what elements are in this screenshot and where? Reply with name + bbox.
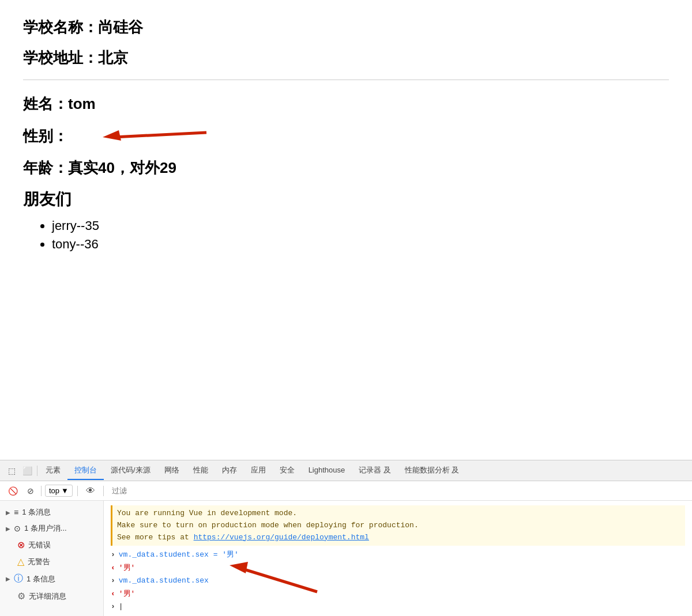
friends-title: 朋友们	[23, 188, 669, 210]
school-addr-value: 北京	[98, 49, 128, 66]
gender-label: 性别：	[23, 126, 68, 146]
age-value: 真实40，对外29	[68, 159, 176, 176]
school-addr-label: 学校地址：	[23, 49, 98, 66]
main-content: 学校名称：尚硅谷 学校地址：北京 姓名：tom 性别： 年龄：真实40，对外29…	[0, 0, 692, 334]
school-name-value: 尚硅谷	[98, 18, 143, 36]
student-name-label: 姓名：	[23, 95, 68, 112]
red-arrow-gender	[85, 124, 212, 148]
list-item: tony--36	[52, 237, 669, 252]
svg-line-0	[114, 133, 206, 137]
student-name-line: 姓名：tom	[23, 94, 669, 114]
friends-list: jerry--35 tony--36	[23, 218, 669, 252]
gender-line: 性别：	[23, 124, 669, 148]
school-addr-line: 学校地址：北京	[23, 48, 669, 68]
list-item: jerry--35	[52, 218, 669, 233]
svg-marker-1	[103, 130, 121, 141]
school-name-line: 学校名称：尚硅谷	[23, 17, 669, 37]
divider	[23, 80, 669, 80]
age-label: 年龄：	[23, 159, 68, 176]
student-name-value: tom	[68, 95, 96, 112]
school-name-label: 学校名称：	[23, 18, 98, 36]
age-line: 年龄：真实40，对外29	[23, 158, 669, 178]
